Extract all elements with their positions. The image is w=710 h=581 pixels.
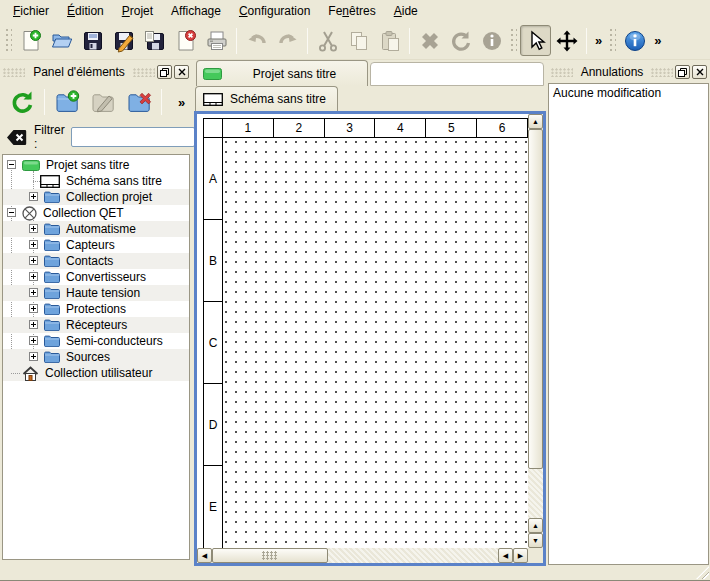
move-arrows-icon xyxy=(555,29,579,53)
tree-collapse-button[interactable] xyxy=(7,160,16,169)
grid-corner-cell xyxy=(204,119,223,137)
tree-item-semi-conducteurs[interactable]: Semi-conducteurs xyxy=(3,333,189,349)
filter-input[interactable] xyxy=(71,127,195,147)
toolbar-handle[interactable] xyxy=(5,28,12,54)
clear-filter-icon[interactable] xyxy=(6,129,27,146)
floppy-copy-icon xyxy=(143,29,167,53)
new-file-button[interactable] xyxy=(15,25,46,56)
tree-item-collection-projet[interactable]: Collection projet xyxy=(3,189,189,205)
row-header: D xyxy=(204,384,222,466)
menu-aide[interactable]: Aide xyxy=(385,1,427,21)
tab-diagram-label: Schéma sans titre xyxy=(230,92,326,106)
menu-affichage[interactable]: Affichage xyxy=(162,1,230,21)
diagram-canvas[interactable]: 1 2 3 4 5 6 A B C D E xyxy=(197,114,528,548)
tree-expand-button[interactable] xyxy=(29,272,38,281)
diagram-view[interactable]: 1 2 3 4 5 6 A B C D E xyxy=(194,111,546,566)
float-icon xyxy=(678,68,687,77)
element-info-button[interactable] xyxy=(476,25,507,56)
close-panel-button[interactable] xyxy=(692,65,707,79)
cut-button[interactable] xyxy=(312,25,343,56)
menu-projet[interactable]: Projet xyxy=(113,1,162,21)
tree-item-convertisseurs[interactable]: Convertisseurs xyxy=(3,269,189,285)
tree-expand-button[interactable] xyxy=(29,192,38,201)
edit-category-button[interactable] xyxy=(85,85,121,119)
tree-expand-button[interactable] xyxy=(29,320,38,329)
redo-button[interactable] xyxy=(272,25,303,56)
select-tool-button[interactable] xyxy=(520,25,551,56)
tree-item-capteurs[interactable]: Capteurs xyxy=(3,237,189,253)
tree-item-automatisme[interactable]: Automatisme xyxy=(3,221,189,237)
close-file-button[interactable] xyxy=(170,25,201,56)
tree-collapse-button[interactable] xyxy=(7,208,16,217)
work-area: Panel d'éléments » Filtrer : xyxy=(0,60,710,566)
rotate-button[interactable] xyxy=(445,25,476,56)
folder-plus-icon xyxy=(54,89,80,115)
scroll-right-button[interactable]: ▶ xyxy=(513,548,528,563)
float-panel-button[interactable] xyxy=(675,65,690,79)
elements-panel-titlebar[interactable]: Panel d'éléments xyxy=(0,62,192,82)
tree-item-project[interactable]: Projet sans titre xyxy=(3,157,189,173)
scroll-up-button[interactable]: ▲ xyxy=(528,518,543,533)
tree-expand-button[interactable] xyxy=(29,256,38,265)
tree-expand-button[interactable] xyxy=(29,352,38,361)
float-panel-button[interactable] xyxy=(157,65,172,79)
tab-project[interactable]: Projet sans titre xyxy=(196,60,368,86)
toolbar-overflow-button[interactable]: » xyxy=(650,33,665,48)
folder-icon xyxy=(44,255,60,267)
undo-button[interactable] xyxy=(241,25,272,56)
scroll-left-button[interactable]: ◀ xyxy=(498,548,513,563)
toolbar-overflow-button[interactable]: » xyxy=(591,33,606,48)
new-category-button[interactable] xyxy=(49,85,85,119)
tree-item-label: Capteurs xyxy=(66,238,115,252)
delete-category-button[interactable] xyxy=(121,85,157,119)
tree-expand-button[interactable] xyxy=(29,224,38,233)
scroll-up-button[interactable]: ▲ xyxy=(528,114,543,129)
tree-item-recepteurs[interactable]: Récepteurs xyxy=(3,317,189,333)
tree-expand-button[interactable] xyxy=(29,336,38,345)
move-tool-button[interactable] xyxy=(551,25,582,56)
toolbar-handle[interactable] xyxy=(609,28,616,54)
print-button[interactable] xyxy=(201,25,232,56)
horizontal-scrollbar-thumb[interactable] xyxy=(212,548,328,563)
toolbar-handle[interactable] xyxy=(510,28,517,54)
scroll-left-button[interactable]: ◀ xyxy=(197,548,212,563)
tree-item-haute-tension[interactable]: Haute tension xyxy=(3,285,189,301)
save-all-button[interactable] xyxy=(139,25,170,56)
undo-panel-titlebar[interactable]: Annulations xyxy=(548,62,710,82)
tree-expand-button[interactable] xyxy=(29,240,38,249)
reload-collections-button[interactable] xyxy=(4,85,40,119)
vertical-scrollbar[interactable]: ▲ ▲ ▼ xyxy=(528,114,543,548)
tree-item-protections[interactable]: Protections xyxy=(3,301,189,317)
scroll-down-button[interactable]: ▼ xyxy=(528,533,543,548)
open-file-button[interactable] xyxy=(46,25,77,56)
diagram-info-button[interactable] xyxy=(619,25,650,56)
info-gray-icon xyxy=(480,29,504,53)
panel-toolbar-overflow-button[interactable]: » xyxy=(174,95,189,110)
save-as-button[interactable] xyxy=(108,25,139,56)
float-icon xyxy=(160,68,169,77)
horizontal-scrollbar[interactable]: ◀ ◀ ▶ xyxy=(197,548,528,563)
resize-grip[interactable] xyxy=(696,566,709,579)
menu-edition[interactable]: Édition xyxy=(58,1,113,21)
copy-button[interactable] xyxy=(343,25,374,56)
tree-expand-button[interactable] xyxy=(29,304,38,313)
tree-item-contacts[interactable]: Contacts xyxy=(3,253,189,269)
vertical-scrollbar-thumb[interactable] xyxy=(528,129,543,469)
dock-titlebar-texture xyxy=(133,68,155,77)
tree-expand-button[interactable] xyxy=(29,288,38,297)
tree-item-collection-qet[interactable]: Collection QET xyxy=(3,205,189,221)
tree-item-diagram[interactable]: Schéma sans titre xyxy=(3,173,189,189)
undo-history-list[interactable]: Aucune modification xyxy=(548,83,709,565)
tree-item-sources[interactable]: Sources xyxy=(3,349,189,365)
tab-diagram[interactable]: Schéma sans titre xyxy=(195,86,338,111)
elements-tree: Projet sans titre Schéma sans titre Coll… xyxy=(2,154,190,560)
save-button[interactable] xyxy=(77,25,108,56)
menu-fenetres[interactable]: Fenêtres xyxy=(319,1,384,21)
tree-item-collection-utilisateur[interactable]: Collection utilisateur xyxy=(3,365,189,381)
menu-configuration[interactable]: Configuration xyxy=(230,1,319,21)
menu-fichier[interactable]: Fichier xyxy=(4,1,58,21)
paste-button[interactable] xyxy=(374,25,405,56)
delete-button[interactable] xyxy=(414,25,445,56)
close-panel-button[interactable] xyxy=(174,65,189,79)
pointer-icon xyxy=(524,29,548,53)
